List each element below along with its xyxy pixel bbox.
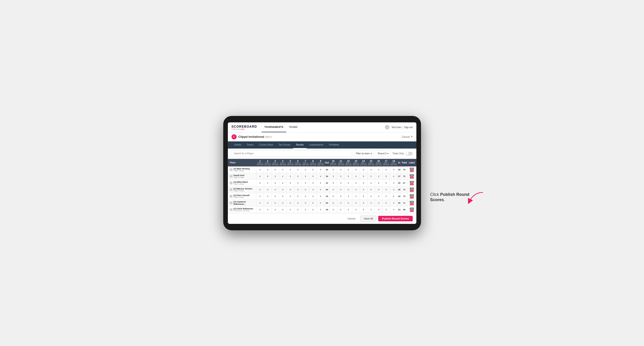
- nav-teams[interactable]: TEAMS: [286, 122, 300, 133]
- score-cell[interactable]: 3: [390, 166, 398, 173]
- score-cell[interactable]: 6: [330, 199, 337, 206]
- filter-by-team-dropdown[interactable]: Filter by team ▾: [354, 150, 374, 157]
- wd-badge[interactable]: WD: [410, 201, 414, 203]
- score-cell[interactable]: 4: [367, 193, 375, 199]
- score-cell[interactable]: 4: [390, 199, 398, 206]
- score-cell[interactable]: 3: [375, 193, 382, 199]
- score-cell[interactable]: 4: [302, 193, 309, 199]
- score-cell[interactable]: 3: [367, 166, 375, 173]
- score-cell[interactable]: 3: [382, 206, 390, 213]
- dq-badge[interactable]: DQ: [410, 183, 414, 185]
- score-cell[interactable]: 6: [317, 166, 324, 173]
- dq-badge[interactable]: DQ: [410, 170, 414, 172]
- score-cell[interactable]: 3: [309, 193, 317, 199]
- score-cell[interactable]: 3: [294, 179, 302, 186]
- score-cell[interactable]: 4: [317, 173, 324, 179]
- score-cell[interactable]: 5: [309, 173, 317, 179]
- wd-badge[interactable]: WD: [410, 207, 414, 210]
- tab-tee-groups[interactable]: Tee Groups: [276, 142, 294, 149]
- score-cell[interactable]: 3: [309, 179, 317, 186]
- score-cell[interactable]: 3: [286, 173, 294, 179]
- score-cell[interactable]: 5: [271, 166, 279, 173]
- score-cell[interactable]: 3: [294, 199, 302, 206]
- score-cell[interactable]: 4: [352, 173, 360, 179]
- score-cell[interactable]: 5: [279, 166, 286, 173]
- score-cell[interactable]: 3: [367, 199, 375, 206]
- score-cell[interactable]: 5: [360, 206, 367, 213]
- score-cell[interactable]: 3: [337, 199, 345, 206]
- score-cell[interactable]: 3: [286, 206, 294, 213]
- score-cell[interactable]: 5: [256, 179, 264, 186]
- score-cell[interactable]: 3: [309, 186, 317, 193]
- tab-results[interactable]: Results: [293, 142, 306, 149]
- score-cell[interactable]: 4: [367, 179, 375, 186]
- score-cell[interactable]: 4: [375, 206, 382, 213]
- score-cell[interactable]: 5: [317, 193, 324, 199]
- score-cell[interactable]: 3: [264, 166, 272, 173]
- score-cell[interactable]: 3: [302, 206, 309, 213]
- score-cell[interactable]: 3: [360, 186, 367, 193]
- score-cell[interactable]: 3: [256, 193, 264, 199]
- wd-badge[interactable]: WD: [410, 187, 414, 190]
- score-cell[interactable]: 4: [286, 166, 294, 173]
- score-cell[interactable]: 5: [352, 166, 360, 173]
- score-cell[interactable]: 4: [345, 193, 352, 199]
- score-cell[interactable]: 3: [294, 186, 302, 193]
- score-cell[interactable]: 3: [375, 186, 382, 193]
- score-cell[interactable]: 3: [360, 179, 367, 186]
- dq-badge[interactable]: DQ: [410, 176, 414, 179]
- score-cell[interactable]: 3: [352, 179, 360, 186]
- score-cell[interactable]: 3: [352, 193, 360, 199]
- score-cell[interactable]: 4: [256, 173, 264, 179]
- score-cell[interactable]: 5: [317, 199, 324, 206]
- score-cell[interactable]: 3: [375, 166, 382, 173]
- score-cell[interactable]: 6: [264, 173, 272, 179]
- score-cell[interactable]: 5: [382, 193, 390, 199]
- score-cell[interactable]: 3: [352, 199, 360, 206]
- score-cell[interactable]: 3: [256, 206, 264, 213]
- score-cell[interactable]: 5: [309, 199, 317, 206]
- dq-badge[interactable]: DQ: [410, 210, 414, 212]
- score-cell[interactable]: 5: [309, 166, 317, 173]
- score-cell[interactable]: 5: [382, 166, 390, 173]
- score-cell[interactable]: 3: [279, 199, 286, 206]
- score-cell[interactable]: 3: [360, 199, 367, 206]
- score-cell[interactable]: 3: [294, 166, 302, 173]
- score-cell[interactable]: 5: [294, 193, 302, 199]
- score-cell[interactable]: 5: [337, 186, 345, 193]
- score-cell[interactable]: 3: [337, 179, 345, 186]
- cancel-link[interactable]: Cancel ✕: [402, 135, 412, 138]
- sign-out-link[interactable]: Sign out: [404, 126, 413, 129]
- score-cell[interactable]: 4: [279, 179, 286, 186]
- score-cell[interactable]: 3: [294, 173, 302, 179]
- dq-badge[interactable]: DQ: [410, 203, 414, 205]
- score-cell[interactable]: 5: [367, 173, 375, 179]
- score-cell[interactable]: 4: [279, 173, 286, 179]
- score-cell[interactable]: 3: [264, 193, 272, 199]
- tab-course-setup[interactable]: Course Setup: [256, 142, 276, 149]
- cancel-button[interactable]: Cancel: [344, 216, 358, 221]
- score-cell[interactable]: 3: [375, 173, 382, 179]
- score-cell[interactable]: 5: [337, 193, 345, 199]
- score-cell[interactable]: 3: [375, 199, 382, 206]
- score-cell[interactable]: 4: [294, 206, 302, 213]
- score-cell[interactable]: 5: [271, 199, 279, 206]
- score-cell[interactable]: 4: [330, 186, 337, 193]
- score-cell[interactable]: 5: [382, 179, 390, 186]
- score-cell[interactable]: 5: [279, 193, 286, 199]
- score-cell[interactable]: 4: [352, 206, 360, 213]
- nav-tournaments[interactable]: TOURNAMENTS: [262, 122, 286, 133]
- score-cell[interactable]: 3: [256, 166, 264, 173]
- score-cell[interactable]: 5: [367, 186, 375, 193]
- score-cell[interactable]: 5: [360, 166, 367, 173]
- score-cell[interactable]: 3: [360, 173, 367, 179]
- score-cell[interactable]: 5: [309, 206, 317, 213]
- tab-printables[interactable]: Printables: [326, 142, 342, 149]
- score-cell[interactable]: 6: [375, 179, 382, 186]
- score-cell[interactable]: 5: [279, 206, 286, 213]
- score-cell[interactable]: 6: [390, 193, 398, 199]
- score-cell[interactable]: 3: [286, 193, 294, 199]
- publish-round-scores-button[interactable]: Publish Round Scores: [378, 216, 412, 221]
- score-cell[interactable]: 5: [337, 166, 345, 173]
- score-cell[interactable]: 4: [271, 193, 279, 199]
